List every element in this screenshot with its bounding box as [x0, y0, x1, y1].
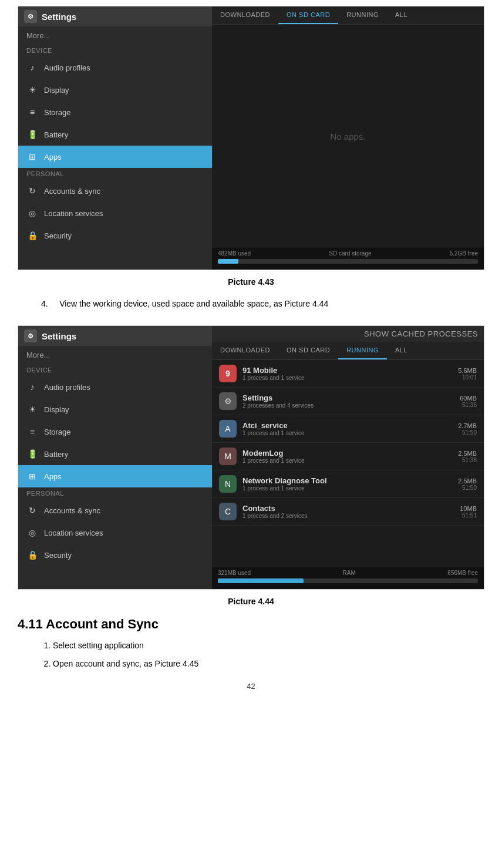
- page-number: 42: [18, 682, 484, 691]
- step-4-text: View the working device, used space and …: [59, 299, 328, 308]
- sidebar-item-battery-44[interactable]: 🔋 Battery: [18, 443, 212, 465]
- app-meta-5: 10MB 51:51: [460, 505, 477, 519]
- sidebar-item-accounts[interactable]: ↻ Accounts & sync: [18, 180, 212, 202]
- app-time-0: 10:01: [458, 374, 477, 381]
- app-desc-4: 1 process and 1 service: [242, 485, 458, 492]
- storage-label-center: SD card storage: [329, 250, 371, 257]
- battery-label: Battery: [44, 130, 68, 139]
- app-name-1: Settings: [242, 393, 460, 402]
- apps-label-44: Apps: [44, 472, 62, 481]
- ram-bar-fill: [218, 578, 304, 583]
- app-row-1[interactable]: ⚙ Settings 2 processes and 4 services 60…: [212, 388, 484, 415]
- main-panel-4-44: SHOW CACHED PROCESSES DOWNLOADED ON SD C…: [212, 326, 484, 589]
- app-time-1: 51:36: [460, 402, 477, 408]
- ram-free: 656MB free: [447, 570, 478, 576]
- storage-icon: ≡: [26, 106, 38, 118]
- app-time-4: 51:50: [458, 485, 477, 491]
- device-section-label-44: DEVICE: [18, 364, 212, 376]
- step-411-1-text: Select setting application: [53, 641, 144, 650]
- audio-icon-44: ♪: [26, 381, 38, 393]
- sidebar-header-44: ⚙ Settings: [18, 326, 212, 346]
- app-icon-4: N: [219, 475, 237, 493]
- app-name-2: Atci_service: [242, 421, 458, 430]
- display-label-44: Display: [44, 405, 69, 414]
- app-row-4[interactable]: N Network Diagnose Tool 1 process and 1 …: [212, 470, 484, 498]
- tab-on-sd-card-44[interactable]: ON SD CARD: [278, 342, 338, 359]
- security-label-44: Security: [44, 551, 72, 560]
- accounts-icon-44: ↻: [26, 504, 38, 516]
- storage-free: 5.2GB free: [450, 250, 478, 257]
- sidebar-item-audio-profiles-44[interactable]: ♪ Audio profiles: [18, 376, 212, 398]
- apps-icon: ⊞: [26, 151, 38, 163]
- sidebar-item-security[interactable]: 🔒 Security: [18, 224, 212, 247]
- app-desc-1: 2 processes and 4 services: [242, 402, 460, 409]
- ram-info: 321MB used RAM 656MB free: [218, 570, 478, 576]
- display-label: Display: [44, 86, 69, 95]
- ram-footer: 321MB used RAM 656MB free: [212, 567, 484, 589]
- main-panel-4-43: DOWNLOADED ON SD CARD RUNNING ALL No app…: [212, 6, 484, 270]
- audio-profiles-label: Audio profiles: [44, 63, 90, 72]
- location-label-44: Location services: [44, 529, 103, 537]
- show-cached-label[interactable]: SHOW CACHED PROCESSES: [364, 329, 478, 338]
- step-411-2: Open account and sync, as Picture 4.45: [53, 657, 484, 670]
- tab-downloaded-44[interactable]: DOWNLOADED: [212, 342, 278, 359]
- sidebar-item-accounts-44[interactable]: ↻ Accounts & sync: [18, 499, 212, 522]
- storage-bar-fill: [218, 259, 238, 264]
- sidebar-4-43: ⚙ Settings More... DEVICE ♪ Audio profil…: [18, 6, 212, 270]
- tab-on-sd-card[interactable]: ON SD CARD: [278, 6, 338, 24]
- tab-all[interactable]: ALL: [387, 6, 416, 24]
- app-meta-3: 2.5MB 51:38: [458, 450, 477, 463]
- sidebar-item-audio-profiles[interactable]: ♪ Audio profiles: [18, 56, 212, 79]
- sidebar-item-display[interactable]: ☀ Display: [18, 79, 212, 101]
- sidebar-item-battery[interactable]: 🔋 Battery: [18, 123, 212, 146]
- sidebar-item-display-44[interactable]: ☀ Display: [18, 398, 212, 420]
- tab-running-44[interactable]: RUNNING: [338, 342, 387, 359]
- app-name-3: ModemLog: [242, 449, 458, 457]
- device-section-label: DEVICE: [18, 45, 212, 56]
- app-row-5[interactable]: C Contacts 1 process and 2 services 10MB…: [212, 498, 484, 526]
- sidebar-item-apps-44[interactable]: ⊞ Apps: [18, 465, 212, 487]
- battery-icon-44: 🔋: [26, 448, 38, 460]
- accounts-label: Accounts & sync: [44, 187, 100, 196]
- step-411-2-text: Open account and sync, as Picture 4.45: [53, 659, 198, 668]
- app-desc-0: 1 process and 1 service: [242, 375, 458, 381]
- sidebar-item-location-44[interactable]: ◎ Location services: [18, 522, 212, 544]
- sidebar-item-storage-44[interactable]: ≡ Storage: [18, 420, 212, 443]
- app-meta-2: 2.7MB 51:50: [458, 422, 477, 436]
- app-row-3[interactable]: M ModemLog 1 process and 1 service 2.5MB…: [212, 443, 484, 470]
- sidebar-item-storage[interactable]: ≡ Storage: [18, 101, 212, 123]
- app-icon-1: ⚙: [219, 392, 237, 410]
- app-size-1: 60MB: [460, 395, 477, 402]
- sidebar-title: Settings: [42, 12, 76, 22]
- app-info-0: 91 Mobile 1 process and 1 service: [242, 366, 458, 381]
- app-time-5: 51:51: [460, 512, 477, 519]
- sidebar-item-location[interactable]: ◎ Location services: [18, 202, 212, 224]
- location-icon: ◎: [26, 207, 38, 219]
- app-name-5: Contacts: [242, 504, 460, 513]
- tab-all-44[interactable]: ALL: [387, 342, 416, 359]
- app-meta-1: 60MB 51:36: [460, 395, 477, 408]
- location-icon-44: ◎: [26, 527, 38, 539]
- sidebar-item-security-44[interactable]: 🔒 Security: [18, 544, 212, 566]
- storage-bar: [218, 259, 478, 264]
- tab-running[interactable]: RUNNING: [338, 6, 387, 24]
- sidebar-more[interactable]: More...: [18, 26, 212, 45]
- app-time-3: 51:38: [458, 457, 477, 463]
- security-label: Security: [44, 231, 72, 240]
- storage-footer: 482MB used SD card storage 5.2GB free: [212, 248, 484, 270]
- app-row-0[interactable]: 9 91 Mobile 1 process and 1 service 5.6M…: [212, 360, 484, 388]
- app-desc-2: 1 process and 1 service: [242, 430, 458, 436]
- tab-downloaded[interactable]: DOWNLOADED: [212, 6, 278, 24]
- app-row-2[interactable]: A Atci_service 1 process and 1 service 2…: [212, 415, 484, 443]
- caption-4-43: Picture 4.43: [18, 277, 484, 287]
- app-size-3: 2.5MB: [458, 450, 477, 457]
- no-apps-text: No apps.: [330, 132, 365, 142]
- no-apps-content: No apps.: [212, 25, 484, 248]
- sidebar-item-apps[interactable]: ⊞ Apps: [18, 146, 212, 168]
- settings-icon-44: ⚙: [24, 329, 37, 342]
- app-time-2: 51:50: [458, 429, 477, 436]
- accounts-icon: ↻: [26, 185, 38, 197]
- sidebar-more-44[interactable]: More...: [18, 346, 212, 364]
- storage-info: 482MB used SD card storage 5.2GB free: [218, 250, 478, 257]
- app-meta-4: 2.5MB 51:50: [458, 477, 477, 491]
